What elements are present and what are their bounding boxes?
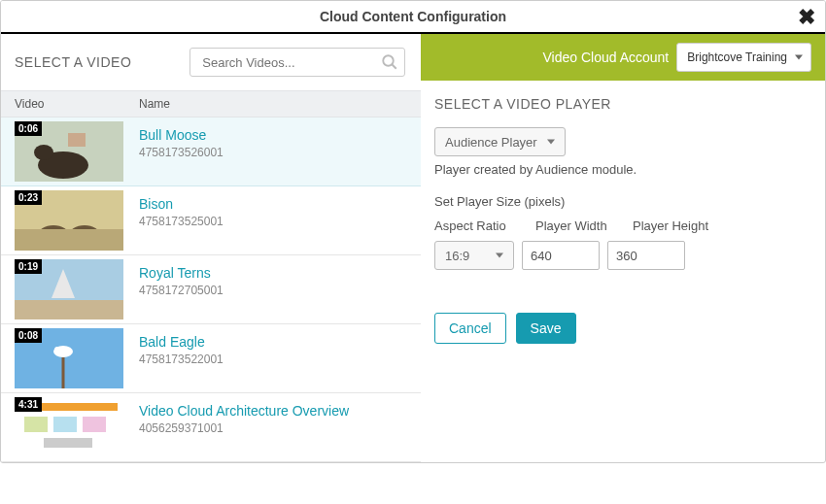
video-duration: 0:08 — [15, 328, 42, 343]
video-row[interactable]: 0:08 Bald Eagle 4758173522001 — [1, 324, 421, 393]
video-id: 4758173525001 — [139, 215, 409, 228]
svg-rect-18 — [24, 417, 48, 432]
button-row: Cancel Save — [434, 313, 811, 344]
player-selected: Audience Player — [445, 135, 537, 150]
svg-rect-21 — [44, 438, 92, 448]
dialog: Cloud Content Configuration ✖ SELECT A V… — [0, 0, 826, 463]
left-header: SELECT A VIDEO — [1, 34, 421, 90]
close-icon[interactable]: ✖ — [798, 7, 815, 28]
form-area: SELECT A VIDEO PLAYER Audience Player Pl… — [421, 81, 825, 359]
svg-rect-9 — [15, 229, 123, 251]
thumb-wrap: 0:06 — [1, 121, 127, 182]
aspect-ratio-value: 16:9 — [445, 249, 469, 263]
size-label: Set Player Size (pixels) — [434, 194, 811, 209]
video-id: 4758173522001 — [139, 353, 409, 366]
video-duration: 0:23 — [15, 190, 42, 205]
account-bar: Video Cloud Account Brightcove Training — [421, 34, 825, 81]
video-thumbnail: 4:31 — [15, 397, 123, 457]
video-name: Royal Terns — [139, 265, 409, 281]
video-thumbnail: 0:08 — [15, 328, 123, 388]
save-button[interactable]: Save — [516, 313, 576, 344]
player-height-input[interactable] — [607, 241, 685, 270]
svg-point-15 — [54, 347, 60, 353]
video-duration: 4:31 — [15, 397, 42, 412]
video-meta: Royal Terns 4758172705001 — [127, 259, 421, 319]
video-id: 4758173526001 — [139, 146, 409, 159]
thumb-wrap: 4:31 — [1, 397, 127, 457]
video-name: Bald Eagle — [139, 334, 409, 350]
video-row[interactable]: 0:19 Royal Terns 4758172705001 — [1, 255, 421, 324]
left-panel: SELECT A VIDEO Video Name 0:06 — [1, 34, 421, 462]
player-note: Player created by Audience module. — [434, 162, 811, 177]
search-icon — [381, 53, 398, 71]
video-meta: Bison 4758173525001 — [127, 190, 421, 251]
thumb-wrap: 0:23 — [1, 190, 127, 251]
video-duration: 0:06 — [15, 121, 42, 136]
video-thumbnail: 0:06 — [15, 121, 123, 182]
save-button-label: Save — [531, 320, 562, 336]
video-thumbnail: 0:23 — [15, 190, 123, 251]
video-name: Video Cloud Architecture Overview — [139, 403, 409, 419]
account-selected: Brightcove Training — [687, 50, 787, 64]
video-name: Bull Moose — [139, 127, 409, 143]
column-video-header: Video — [1, 97, 127, 111]
grid-header: Video Name — [1, 90, 421, 118]
account-label: Video Cloud Account — [543, 50, 670, 65]
thumb-wrap: 0:19 — [1, 259, 127, 319]
cancel-button-label: Cancel — [449, 320, 492, 336]
svg-rect-5 — [68, 133, 86, 147]
video-meta: Bull Moose 4758173526001 — [127, 121, 421, 182]
video-name: Bison — [139, 196, 409, 212]
right-panel: Video Cloud Account Brightcove Training … — [421, 34, 825, 462]
account-select[interactable]: Brightcove Training — [676, 43, 811, 72]
video-meta: Bald Eagle 4758173522001 — [127, 328, 421, 388]
search-input[interactable] — [200, 50, 381, 75]
titlebar: Cloud Content Configuration ✖ — [1, 1, 825, 34]
dialog-title: Cloud Content Configuration — [320, 9, 506, 24]
player-select[interactable]: Audience Player — [434, 127, 566, 156]
width-label: Player Width — [535, 218, 615, 233]
svg-point-0 — [384, 55, 395, 66]
video-id: 4056259371001 — [139, 421, 409, 435]
select-video-heading: SELECT A VIDEO — [15, 54, 131, 70]
column-name-header: Name — [127, 97, 421, 111]
dialog-body: SELECT A VIDEO Video Name 0:06 — [1, 34, 825, 462]
fields: 16:9 — [434, 241, 811, 270]
thumb-wrap: 0:08 — [1, 328, 127, 388]
video-id: 4758172705001 — [139, 284, 409, 297]
video-thumbnail: 0:19 — [15, 259, 123, 319]
height-label: Player Height — [633, 218, 712, 233]
video-row[interactable]: 0:23 Bison 4758173525001 — [1, 186, 421, 255]
cancel-button[interactable]: Cancel — [434, 313, 506, 344]
video-meta: Video Cloud Architecture Overview 405625… — [127, 397, 421, 457]
svg-rect-19 — [53, 417, 77, 432]
field-labels: Aspect Ratio Player Width Player Height — [434, 218, 811, 233]
player-width-input[interactable] — [522, 241, 600, 270]
video-row[interactable]: 0:06 Bull Moose 4758173526001 — [1, 118, 421, 186]
svg-rect-11 — [15, 300, 123, 319]
video-duration: 0:19 — [15, 259, 42, 274]
aspect-ratio-label: Aspect Ratio — [434, 218, 518, 233]
svg-point-4 — [34, 145, 53, 160]
search-box[interactable] — [189, 48, 405, 77]
svg-rect-20 — [83, 417, 106, 432]
svg-line-1 — [393, 64, 397, 69]
player-heading: SELECT A VIDEO PLAYER — [434, 96, 811, 112]
aspect-ratio-select[interactable]: 16:9 — [434, 241, 514, 270]
video-row[interactable]: 4:31 Video Cloud Architecture Overview 4… — [1, 393, 421, 462]
